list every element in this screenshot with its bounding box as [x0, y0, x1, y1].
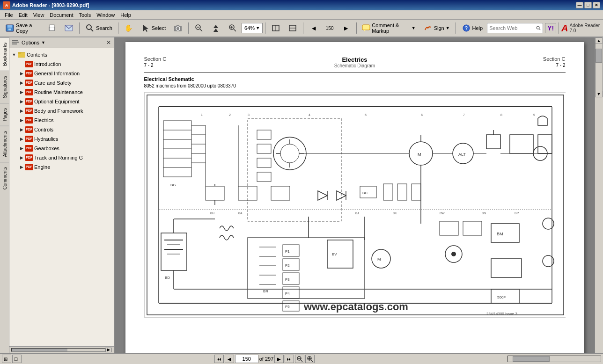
- body-toggle[interactable]: ▶: [19, 108, 24, 114]
- comments-tab[interactable]: Comments: [0, 162, 9, 194]
- page-number-input[interactable]: [235, 355, 258, 363]
- scroll-up-btn[interactable]: ▲: [595, 37, 603, 44]
- search-button[interactable]: Search: [82, 22, 116, 35]
- menu-tools[interactable]: Tools: [76, 11, 94, 19]
- gearboxes-pdf-icon: PDF: [25, 145, 33, 152]
- tree-root-contents[interactable]: ▼ Contents: [9, 50, 114, 59]
- save-icon: [5, 23, 15, 33]
- menu-file[interactable]: File: [2, 11, 16, 19]
- task-icon[interactable]: ☐: [12, 355, 22, 363]
- yahoo-button[interactable]: Y!: [545, 23, 556, 33]
- tree-item-controls-label: Controls: [34, 127, 53, 132]
- snapshot-button[interactable]: [170, 22, 186, 35]
- print-button[interactable]: [44, 22, 60, 35]
- svg-rect-26: [362, 25, 370, 30]
- minimize-button[interactable]: —: [576, 2, 583, 8]
- tree-item-hydraulics[interactable]: ▶ PDF Hydraulics: [17, 134, 114, 144]
- last-page-button[interactable]: ⏭: [285, 355, 294, 363]
- zoom-out-status-button[interactable]: [295, 355, 304, 363]
- electrics-toggle[interactable]: ▶: [19, 117, 24, 123]
- prev-page-button[interactable]: ◀: [225, 355, 234, 363]
- gearboxes-toggle[interactable]: ▶: [19, 146, 24, 151]
- next-page-toolbar-button[interactable]: ▶: [338, 22, 354, 35]
- general-toggle[interactable]: ▶: [19, 71, 24, 76]
- zoom-controls[interactable]: [208, 22, 224, 35]
- adobe-reader-label: Adobe Reader 7.0: [569, 23, 601, 33]
- controls-toggle[interactable]: ▶: [19, 127, 24, 132]
- comment-markup-button[interactable]: Comment & Markup ▼: [359, 22, 419, 34]
- next-page-button[interactable]: ▶: [274, 355, 284, 363]
- svg-rect-34: [12, 44, 17, 44]
- zoom-in-button[interactable]: [225, 22, 241, 35]
- select-cursor-icon: [141, 23, 150, 33]
- engine-pdf-icon: PDF: [25, 163, 33, 171]
- h-scrollbar-thumb[interactable]: [513, 356, 550, 362]
- scroll-right-btn[interactable]: ▶: [105, 348, 112, 352]
- menu-help[interactable]: Help: [118, 11, 134, 19]
- tree-item-routine-maintenance[interactable]: ▶ PDF Routine Maintenance: [17, 87, 114, 97]
- options-button[interactable]: Options ▼: [12, 39, 45, 46]
- adobe-reader-logo: A Adobe Reader 7.0: [561, 23, 601, 34]
- hand-tool-button[interactable]: ✋: [121, 22, 137, 35]
- page-of-label: of 297: [259, 356, 274, 362]
- hydraulics-toggle[interactable]: ▶: [19, 136, 24, 142]
- horizontal-scroll-bar[interactable]: [507, 356, 601, 362]
- tree-item-controls[interactable]: ▶ PDF Controls: [17, 125, 114, 134]
- save-copy-button[interactable]: Save a Copy: [2, 22, 43, 35]
- horizontal-scrollbar[interactable]: [11, 348, 105, 352]
- engine-toggle[interactable]: ▶: [19, 164, 24, 170]
- zoom-value-box[interactable]: 64% ▼: [242, 23, 263, 33]
- help-button[interactable]: ? Help: [458, 22, 486, 35]
- menu-document[interactable]: Document: [47, 11, 76, 19]
- root-toggle[interactable]: ▼: [11, 52, 17, 58]
- search-web-box[interactable]: [487, 23, 543, 33]
- signatures-tab[interactable]: Signatures: [0, 71, 9, 103]
- pages-tab[interactable]: Pages: [0, 103, 9, 126]
- tree-item-optional-equipment[interactable]: ▶ PDF Optional Equipment: [17, 97, 114, 106]
- svg-text:3: 3: [248, 113, 250, 116]
- svg-text:500F: 500F: [497, 295, 506, 299]
- tree-item-track-running[interactable]: ▶ PDF Track and Running G: [17, 153, 114, 162]
- scroll-down-btn[interactable]: ▼: [595, 91, 603, 97]
- select-button[interactable]: Select: [138, 22, 169, 35]
- prev-page-icon: ◀: [309, 23, 318, 33]
- svg-text:9: 9: [533, 113, 535, 116]
- email-button[interactable]: [61, 22, 77, 35]
- sign-label: Sign: [434, 25, 444, 31]
- sign-button[interactable]: Sign ▼: [420, 22, 453, 35]
- tree-item-electrics[interactable]: ▶ PDF Electrics: [17, 116, 114, 125]
- right-scrollbar-panel[interactable]: ▲ ▼: [595, 37, 603, 353]
- sidebar-scrollbar-area[interactable]: ▶: [9, 346, 114, 353]
- attachments-tab[interactable]: Attachments: [0, 126, 9, 162]
- routine-toggle[interactable]: ▶: [19, 89, 24, 95]
- tree-item-gearboxes[interactable]: ▶ PDF Gearboxes: [17, 144, 114, 153]
- bookmarks-tab[interactable]: Bookmarks: [0, 37, 9, 71]
- sidebar-close-button[interactable]: ✕: [106, 39, 111, 46]
- tree-item-engine[interactable]: ▶ PDF Engine: [17, 162, 114, 172]
- zoom-out-button[interactable]: [191, 22, 207, 35]
- start-icon[interactable]: ⊞: [2, 355, 11, 363]
- maximize-button[interactable]: □: [584, 2, 592, 8]
- close-button[interactable]: ✕: [593, 2, 600, 8]
- track-toggle[interactable]: ▶: [19, 155, 24, 160]
- menu-window[interactable]: Window: [94, 11, 118, 19]
- tree-item-general-info[interactable]: ▶ PDF General Information: [17, 69, 114, 78]
- menu-edit[interactable]: Edit: [16, 11, 30, 19]
- fit-width-button[interactable]: [285, 22, 301, 35]
- menu-view[interactable]: View: [30, 11, 47, 19]
- search-web-input[interactable]: [489, 25, 536, 31]
- zoom-in-status-button[interactable]: [305, 355, 315, 363]
- fit-page-button[interactable]: [268, 22, 284, 35]
- svg-line-174: [311, 360, 313, 362]
- care-toggle[interactable]: ▶: [19, 80, 24, 86]
- first-page-button[interactable]: ⏮: [214, 355, 224, 363]
- status-right: [507, 356, 601, 362]
- prev-page-toolbar-button[interactable]: ◀: [306, 22, 322, 35]
- scrollbar-track[interactable]: [595, 44, 603, 91]
- tree-item-introduction[interactable]: PDF Introduction: [17, 59, 114, 69]
- tree-item-body-framework[interactable]: ▶ PDF Body and Framework: [17, 106, 114, 116]
- tree-item-care-safety[interactable]: ▶ PDF Care and Safety: [17, 78, 114, 87]
- svg-text:8J: 8J: [355, 211, 359, 215]
- optional-toggle[interactable]: ▶: [19, 99, 24, 104]
- scrollbar-thumb[interactable]: [596, 49, 602, 63]
